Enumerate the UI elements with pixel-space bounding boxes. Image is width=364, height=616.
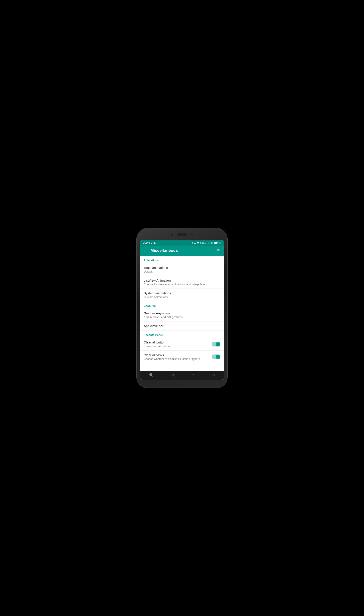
date-label: Fri 30 [207,242,213,244]
item-subtitle-system-anim: Custom animations [144,295,220,299]
section-header-gestures: Gestures [140,301,224,309]
item-listview-animation[interactable]: ListView Animation Choose list view scro… [140,276,224,289]
item-title-toast: Toast animations [144,266,220,270]
item-text-toast: Toast animations Default [144,266,220,273]
item-toast-animations[interactable]: Toast animations Default [140,263,224,276]
battery-percent: 63% [201,242,206,244]
nav-search-button[interactable]: 🔍 [145,371,158,379]
item-title-clear-tasks: Clear all tasks [144,353,209,357]
back-button[interactable]: ← [143,249,147,253]
time-label: 18:30 [213,241,221,245]
settings-content: Animations Toast animations Default List… [140,256,224,371]
item-title-clear-btn: Clear all button [144,341,209,344]
toggle-clear-all-tasks[interactable] [212,355,220,359]
item-text-clear-btn: Clear all button Show clear all button [144,341,209,348]
item-subtitle-clear-btn: Show clear all button [144,344,209,348]
item-title-gesture: Gesture Anywhere [144,311,220,315]
search-button[interactable]: 🔍 [216,248,221,253]
item-title-circle-bar: App circle bar [144,324,220,328]
status-bar: VODAFONE TR ▾ ▲ 63% Fri 30 18:30 [140,240,224,246]
signal-icons: ▾ ▲ [192,242,200,244]
nav-home-button[interactable]: ○ [188,371,199,379]
app-toolbar: ← Miscellaneous 🔍 [140,246,224,256]
item-title-system-anim: System animations [144,291,220,295]
item-text-gesture: Gesture Anywhere Add, remove, and edit g… [144,311,220,319]
nav-recents-button[interactable]: □ [208,371,219,379]
item-text-clear-tasks: Clear all tasks Choose whether to dismis… [144,353,209,360]
battery-icon [197,242,200,244]
item-app-circle-bar[interactable]: App circle bar [140,321,224,330]
item-title-listview: ListView Animation [144,279,220,282]
item-text-circle-bar: App circle bar [144,324,220,328]
toggle-clear-all-button[interactable] [212,342,220,346]
item-text-listview: ListView Animation Choose list view scro… [144,279,220,286]
toggle-knob-clear-btn [216,342,220,346]
phone-top-sensors [137,233,227,236]
item-system-animations[interactable]: System animations Custom animations [140,289,224,301]
section-header-animations: Animations [140,256,224,263]
nav-back-button[interactable]: ◁ [167,371,179,379]
battery-fill [197,242,199,243]
front-camera [170,233,173,236]
item-clear-all-button[interactable]: Clear all button Show clear all button [140,338,224,351]
status-right-area: ▾ ▲ 63% Fri 30 18:30 [192,241,221,245]
phone-bottom-chin [140,380,224,384]
phone-screen: VODAFONE TR ▾ ▲ 63% Fri 30 18:30 ← Misce… [140,240,224,380]
earpiece-speaker [177,233,187,236]
navigation-bar: 🔍 ◁ ○ □ [140,371,224,380]
item-subtitle-listview: Choose list view scroll animations and i… [144,283,220,286]
item-gesture-anywhere[interactable]: Gesture Anywhere Add, remove, and edit g… [140,309,224,321]
signal-icon: ▲ [194,242,196,244]
item-subtitle-clear-tasks: Choose whether to dismiss all tasks or i… [144,357,209,360]
wifi-icon: ▾ [192,242,193,244]
item-subtitle-gesture: Add, remove, and edit gestures [144,315,220,319]
item-clear-all-tasks[interactable]: Clear all tasks Choose whether to dismis… [140,351,224,363]
section-header-recents: Recents panel [140,330,224,338]
phone-device: VODAFONE TR ▾ ▲ 63% Fri 30 18:30 ← Misce… [137,228,227,388]
carrier-label: VODAFONE TR [143,242,160,244]
item-subtitle-toast: Default [144,270,220,273]
toggle-knob-clear-tasks [216,355,220,359]
page-title: Miscellaneous [151,248,216,253]
item-text-system-anim: System animations Custom animations [144,291,220,299]
sensor-dot [191,233,194,236]
